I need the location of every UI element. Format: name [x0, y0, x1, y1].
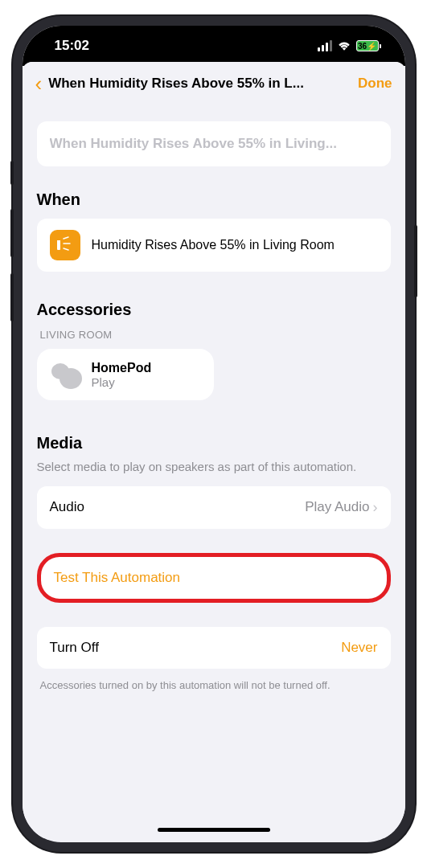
- automation-name-text: When Humidity Rises Above 55% in Living.…: [50, 136, 378, 152]
- test-automation-button[interactable]: Test This Automation: [37, 553, 391, 603]
- accessory-status: Play: [92, 375, 152, 389]
- back-button[interactable]: ‹: [35, 73, 43, 94]
- audio-row[interactable]: Audio Play Audio ›: [37, 486, 391, 529]
- svg-line-3: [64, 237, 68, 239]
- automation-name-input[interactable]: When Humidity Rises Above 55% in Living.…: [37, 121, 391, 166]
- test-automation-label: Test This Automation: [54, 570, 181, 585]
- audio-value: Play Audio: [305, 499, 369, 515]
- svg-line-5: [64, 248, 68, 250]
- room-label: LIVING ROOM: [40, 329, 391, 341]
- homepod-icon: [50, 360, 82, 389]
- turn-off-footer: Accessories turned on by this automation…: [37, 678, 391, 693]
- status-time: 15:02: [55, 38, 89, 54]
- turn-off-value: Never: [341, 640, 377, 656]
- audio-label: Audio: [50, 499, 84, 515]
- wifi-icon: [337, 40, 351, 51]
- svg-rect-2: [57, 244, 60, 247]
- accessory-homepod[interactable]: HomePod Play: [37, 349, 214, 400]
- section-media-title: Media: [37, 434, 391, 452]
- cellular-signal-icon: [318, 40, 332, 51]
- when-condition-text: Humidity Rises Above 55% in Living Room: [92, 237, 335, 254]
- page-title: When Humidity Rises Above 55% in L...: [48, 76, 358, 92]
- when-condition-row[interactable]: Humidity Rises Above 55% in Living Room: [37, 219, 391, 272]
- battery-icon: 36⚡: [356, 40, 381, 51]
- svg-rect-1: [57, 240, 60, 243]
- home-indicator[interactable]: [158, 828, 270, 832]
- done-button[interactable]: Done: [358, 76, 392, 92]
- turn-off-row[interactable]: Turn Off Never: [37, 627, 391, 669]
- media-subtitle: Select media to play on speakers as part…: [37, 459, 391, 475]
- turn-off-label: Turn Off: [50, 640, 99, 656]
- accessory-name: HomePod: [92, 361, 152, 375]
- section-when-title: When: [37, 190, 391, 209]
- section-accessories-title: Accessories: [37, 301, 391, 319]
- sensor-icon: [50, 230, 80, 260]
- chevron-right-icon: ›: [373, 499, 378, 516]
